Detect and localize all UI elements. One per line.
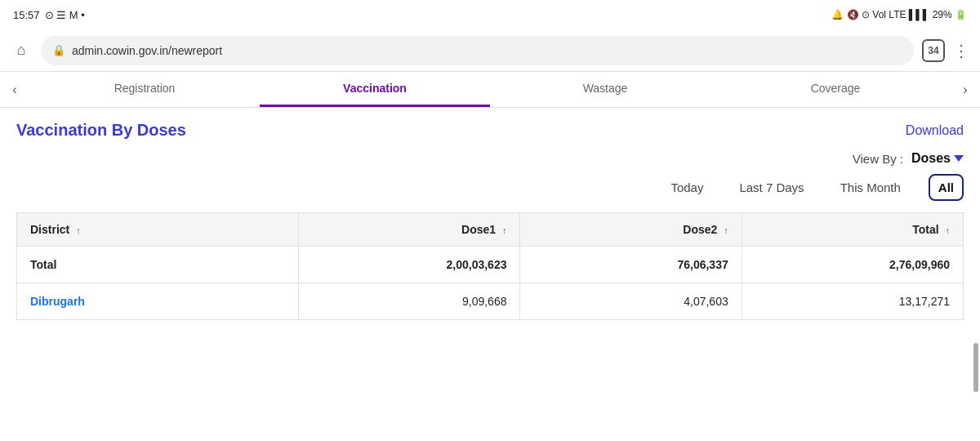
- cell-district-dibrugarh[interactable]: Dibrugarh: [17, 283, 299, 320]
- time-filter-row: Today Last 7 Days This Month All: [16, 174, 964, 201]
- view-by-label: View By :: [853, 152, 903, 166]
- main-content: Vaccination By Doses Download View By : …: [0, 108, 980, 441]
- tab-registration[interactable]: Registration: [29, 72, 260, 107]
- col-header-district[interactable]: District ↑: [17, 213, 299, 247]
- tab-coverage[interactable]: Coverage: [720, 72, 951, 107]
- time: 15:57: [13, 9, 40, 21]
- lock-icon: 🔒: [52, 44, 65, 56]
- sort-arrow-total: ↑: [946, 225, 951, 235]
- section-header: Vaccination By Doses Download: [16, 121, 964, 140]
- status-left: 15:57 ⊙ ☰ M •: [13, 9, 85, 21]
- dropdown-arrow-icon: [954, 155, 964, 162]
- cell-dose1-total: 2,00,03,623: [299, 247, 520, 283]
- view-by-row: View By : Doses: [16, 151, 964, 166]
- data-table: District ↑ Dose1 ↑ Dose2 ↑ Total ↑: [16, 212, 964, 320]
- col-header-dose1[interactable]: Dose1 ↑: [299, 213, 520, 247]
- status-icons: ⊙ ☰ M •: [45, 9, 85, 21]
- status-bar: 15:57 ⊙ ☰ M • 🔔 🔇 ⊙ Vol LTE ▌▌▌ 29% 🔋: [0, 0, 980, 29]
- filter-thismonth[interactable]: This Month: [832, 176, 909, 199]
- nav-next-arrow[interactable]: ›: [951, 72, 980, 107]
- menu-dots[interactable]: ⋮: [953, 41, 970, 60]
- table-row: Dibrugarh 9,09,668 4,07,603 13,17,271: [17, 283, 964, 320]
- url-field[interactable]: 🔒 admin.cowin.gov.in/newreport: [41, 36, 914, 65]
- scrollbar[interactable]: [973, 343, 978, 392]
- sort-arrow-dose1: ↑: [502, 225, 507, 235]
- cell-dose2-total: 76,06,337: [520, 247, 742, 283]
- filter-all[interactable]: All: [929, 174, 964, 201]
- tab-wastage[interactable]: Wastage: [490, 72, 720, 107]
- cell-dose1-dibrugarh: 9,09,668: [299, 283, 520, 320]
- nav-tabs: ‹ Registration Vaccination Wastage Cover…: [0, 72, 980, 108]
- table-row: Total 2,00,03,623 76,06,337 2,76,09,960: [17, 247, 964, 283]
- section-title: Vaccination By Doses: [16, 121, 186, 140]
- col-header-dose2[interactable]: Dose2 ↑: [520, 213, 742, 247]
- battery-icons: 🔔 🔇 ⊙ Vol LTE ▌▌▌ 29% 🔋: [831, 9, 967, 20]
- cell-dose2-dibrugarh: 4,07,603: [520, 283, 742, 320]
- tab-vaccination[interactable]: Vaccination: [260, 72, 490, 107]
- filter-last7days[interactable]: Last 7 Days: [731, 176, 812, 199]
- tab-count[interactable]: 34: [922, 39, 945, 62]
- home-icon[interactable]: ⌂: [10, 39, 33, 62]
- cell-total-total: 2,76,09,960: [742, 247, 963, 283]
- status-right: 🔔 🔇 ⊙ Vol LTE ▌▌▌ 29% 🔋: [831, 9, 967, 20]
- download-button[interactable]: Download: [906, 123, 964, 138]
- url-bar: ⌂ 🔒 admin.cowin.gov.in/newreport 34 ⋮: [0, 29, 980, 72]
- cell-district-total: Total: [17, 247, 299, 283]
- sort-arrow-district: ↑: [76, 225, 81, 235]
- view-by-value[interactable]: Doses: [911, 151, 964, 166]
- nav-prev-arrow[interactable]: ‹: [0, 72, 29, 107]
- url-text: admin.cowin.gov.in/newreport: [72, 44, 222, 57]
- table-header-row: District ↑ Dose1 ↑ Dose2 ↑ Total ↑: [17, 213, 964, 247]
- sort-arrow-dose2: ↑: [724, 225, 728, 235]
- col-header-total[interactable]: Total ↑: [742, 213, 963, 247]
- filter-today[interactable]: Today: [662, 176, 711, 199]
- cell-total-dibrugarh: 13,17,271: [742, 283, 963, 320]
